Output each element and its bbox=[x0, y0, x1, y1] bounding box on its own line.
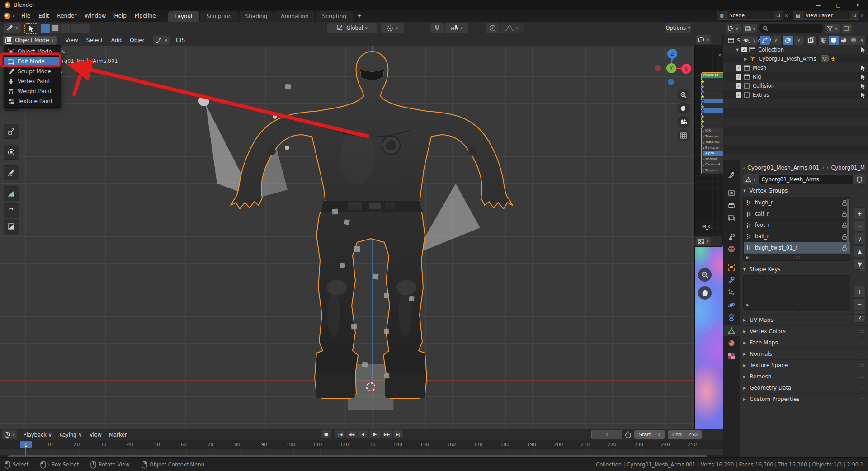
properties-tab-material[interactable] bbox=[723, 337, 740, 349]
vertex-group-row-foot_r[interactable]: foot_r bbox=[744, 220, 850, 231]
menu-object[interactable]: Object bbox=[126, 36, 151, 45]
toolbar-measure-button[interactable] bbox=[4, 186, 19, 201]
mode-option-weight-paint[interactable]: Weight Paint bbox=[4, 86, 61, 96]
vertex-group-row-thigh_twist_01_r[interactable]: thigh_twist_01_r bbox=[744, 242, 850, 254]
properties-tab-tool[interactable] bbox=[723, 169, 740, 181]
shape-keys-header[interactable]: ▼Shape Keys∷∷ bbox=[740, 264, 868, 274]
drag-grip-icon[interactable]: ∷∷ bbox=[858, 318, 865, 323]
viewport-camera-button[interactable] bbox=[677, 116, 689, 128]
outliner-filter-images-dropdown[interactable]: ∨ bbox=[743, 24, 758, 33]
prev-frame-button[interactable]: ◀ bbox=[358, 430, 368, 438]
close-button[interactable]: ✕ bbox=[848, 0, 868, 10]
drag-grip-icon[interactable]: ∷∷ bbox=[858, 386, 865, 391]
selectable-arrow-icon[interactable] bbox=[860, 83, 866, 89]
vertex-group-specials[interactable]: ∨ bbox=[854, 233, 866, 245]
pivot-point-dropdown[interactable]: ∨ bbox=[381, 23, 404, 33]
principled-node[interactable]: Principled IORTransmis.Transmis.Emission… bbox=[701, 72, 723, 174]
view-layer-selector[interactable]: ▤ View Layer ❏ × bbox=[793, 11, 864, 20]
workspace-tab-sculpting[interactable]: Sculpting bbox=[200, 11, 239, 22]
shading-solid-button[interactable] bbox=[829, 36, 839, 45]
shader-editor-type-dropdown[interactable]: ∨ bbox=[696, 35, 711, 44]
mode-option-texture-paint[interactable]: Texture Paint bbox=[4, 96, 61, 106]
collection-checkbox[interactable]: ✓ bbox=[736, 92, 741, 98]
select-subtract-icon[interactable] bbox=[61, 24, 70, 33]
collection-checkbox[interactable]: ✓ bbox=[736, 74, 741, 80]
gizmo-dropdown[interactable]: ∨ bbox=[771, 36, 781, 45]
toolbar-transform-button[interactable] bbox=[4, 145, 19, 160]
timeline-track[interactable] bbox=[0, 449, 723, 455]
workspace-tab-layout[interactable]: Layout bbox=[168, 11, 200, 22]
viewport-hand-button[interactable] bbox=[677, 102, 689, 114]
toolbar-scale-button[interactable] bbox=[4, 124, 19, 139]
active-tool-dropdown[interactable]: ∨ bbox=[4, 23, 21, 33]
outliner-display-mode-dropdown[interactable]: ∨ bbox=[726, 24, 741, 33]
breadcrumb-data[interactable]: Cyborg01_M bbox=[831, 165, 865, 171]
toolbar-corner-arrow-button[interactable] bbox=[4, 203, 19, 218]
proportional-editing-button[interactable] bbox=[486, 23, 499, 33]
menu-help[interactable]: Help bbox=[110, 11, 130, 20]
properties-tab-output[interactable] bbox=[723, 200, 740, 212]
outliner-filter-dropdown[interactable]: ∨ bbox=[825, 24, 840, 33]
vertex-groups-header[interactable]: ▼Vertex Groups∷∷ bbox=[740, 186, 868, 196]
menu-add[interactable]: Add bbox=[107, 36, 126, 45]
workspace-tab-shading[interactable]: Shading bbox=[239, 11, 274, 22]
section-vertex-colors[interactable]: ▶Vertex Colors∷∷ bbox=[740, 325, 868, 337]
collection-checkbox[interactable]: ✓ bbox=[741, 47, 747, 52]
menu-gis[interactable]: GIS bbox=[172, 36, 189, 45]
menu-select[interactable]: Select bbox=[82, 36, 107, 45]
properties-tab-constraints[interactable] bbox=[723, 312, 740, 324]
collapse-left-icon[interactable]: < bbox=[718, 52, 722, 57]
drag-grip-icon[interactable]: ∷∷ bbox=[858, 374, 865, 379]
new-collection-button[interactable] bbox=[842, 24, 852, 33]
end-frame-field[interactable]: End250 bbox=[668, 430, 702, 439]
active-tool-button[interactable] bbox=[24, 23, 38, 34]
vertex-group-row-calf_r[interactable]: calf_r bbox=[744, 208, 850, 220]
section-geometry-data[interactable]: ▶Geometry Data∷∷ bbox=[740, 382, 868, 393]
properties-tab-render[interactable] bbox=[723, 187, 740, 199]
mode-selector-button[interactable]: Object Mode∨ bbox=[3, 36, 57, 45]
copy-view-layer-icon[interactable]: ❏ bbox=[850, 11, 859, 20]
xray-toggle[interactable] bbox=[806, 36, 816, 45]
properties-tab-view-layer[interactable] bbox=[723, 212, 740, 224]
outliner-row-collection[interactable]: ▼✓Collection bbox=[723, 45, 868, 54]
timeline-menu-keying[interactable]: Keying ∨ bbox=[56, 431, 86, 439]
mode-option-object-mode[interactable]: Object Mode bbox=[4, 47, 61, 57]
properties-tab-physics[interactable] bbox=[723, 299, 740, 311]
workspace-tab-animation[interactable]: Animation bbox=[274, 11, 315, 22]
armature-person-badge[interactable] bbox=[830, 56, 836, 62]
properties-tab-object-data[interactable] bbox=[723, 325, 740, 336]
viewport-zoom-button[interactable] bbox=[677, 89, 689, 101]
overlays-dropdown[interactable]: ∨ bbox=[794, 36, 804, 45]
vertex-group-add[interactable]: + bbox=[854, 207, 866, 219]
timeline-editor-type-dropdown[interactable]: ∨ bbox=[2, 430, 17, 439]
image-editor-type-dropdown[interactable]: ∨ bbox=[696, 237, 711, 246]
autokey-record-button[interactable]: ● bbox=[321, 430, 331, 438]
view-layer-name[interactable]: View Layer bbox=[802, 11, 850, 20]
mesh-name-field[interactable]: Cyborg01_Mesh_Arms bbox=[759, 174, 854, 184]
menu-view[interactable]: View bbox=[61, 36, 82, 45]
drag-grip-icon[interactable]: ∷∷ bbox=[858, 340, 865, 345]
select-extend-icon[interactable] bbox=[51, 24, 60, 33]
shape-key-remove[interactable]: − bbox=[854, 298, 866, 310]
stopwatch-icon[interactable] bbox=[625, 431, 632, 438]
menu-file[interactable]: File bbox=[17, 11, 34, 20]
vertex-group-move-up[interactable]: ▲ bbox=[854, 245, 866, 257]
selectable-arrow-icon[interactable] bbox=[860, 92, 866, 98]
properties-tab-world[interactable] bbox=[723, 243, 740, 255]
start-frame-field[interactable]: Start1 bbox=[634, 430, 665, 439]
clear-scene-icon[interactable]: × bbox=[784, 13, 788, 19]
mode-option-sculpt-mode[interactable]: Sculpt Mode bbox=[4, 66, 61, 76]
drag-grip-icon[interactable]: ∷∷ bbox=[858, 352, 865, 357]
section-remesh[interactable]: ▶Remesh∷∷ bbox=[740, 371, 868, 382]
expander-icon[interactable]: ▶ bbox=[744, 57, 747, 61]
scene-name[interactable]: Scene bbox=[726, 11, 774, 20]
vertex-group-row-ball_r[interactable]: ball_r bbox=[744, 231, 850, 242]
image-zoom-icon[interactable] bbox=[698, 268, 712, 282]
timeline-menu-view[interactable]: View bbox=[86, 431, 105, 439]
select-invert-icon[interactable] bbox=[71, 24, 80, 33]
play-button[interactable]: ▶ bbox=[369, 430, 381, 438]
outliner-row-collision[interactable]: ✓Collision bbox=[723, 81, 868, 90]
show-overlays-toggle[interactable] bbox=[783, 36, 793, 45]
current-frame-field[interactable]: 1 bbox=[591, 430, 622, 439]
properties-tab-particles[interactable] bbox=[723, 287, 740, 298]
